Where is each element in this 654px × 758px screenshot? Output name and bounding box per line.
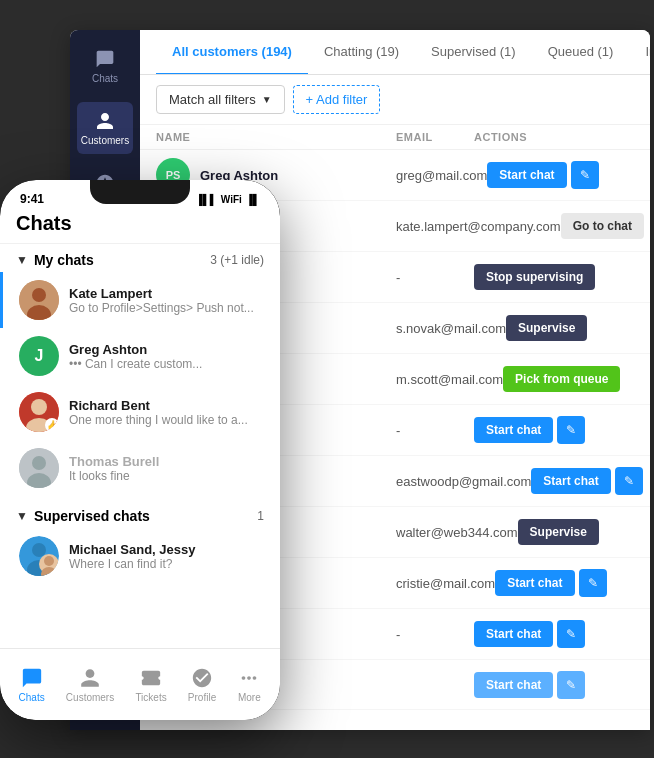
chat-info: Michael Sand, Jessy Where I can find it? bbox=[69, 542, 264, 571]
add-filter-button[interactable]: + Add filter bbox=[293, 85, 381, 114]
email-cell: - bbox=[396, 270, 474, 285]
edit-button[interactable]: ✎ bbox=[615, 467, 643, 495]
pick-from-queue-button[interactable]: Pick from queue bbox=[503, 366, 620, 392]
phone-header: Chats bbox=[0, 208, 280, 244]
chat-item-kate[interactable]: Kate Lampert Go to Profile>Settings> Pus… bbox=[0, 272, 280, 328]
actions-cell: Supervise bbox=[506, 315, 650, 341]
actions-cell: Supervise bbox=[518, 519, 650, 545]
chat-item-michael[interactable]: Michael Sand, Jessy Where I can find it? bbox=[0, 528, 280, 584]
sidebar-item-chats[interactable]: Chats bbox=[77, 40, 133, 92]
edit-button[interactable]: ✎ bbox=[579, 569, 607, 597]
edit-button[interactable]: ✎ bbox=[557, 416, 585, 444]
email-cell: eastwoodp@gmail.com bbox=[396, 474, 531, 489]
chat-preview: It looks fine bbox=[69, 469, 264, 483]
tab-chatting[interactable]: Chatting (19) bbox=[308, 30, 415, 75]
edit-button[interactable]: ✎ bbox=[571, 161, 599, 189]
avatar bbox=[19, 280, 59, 320]
svg-point-7 bbox=[32, 456, 46, 470]
svg-point-4 bbox=[31, 399, 47, 415]
tab-queued[interactable]: Queued (1) bbox=[532, 30, 630, 75]
sidebar-customers-label: Customers bbox=[81, 135, 129, 146]
tab-supervised[interactable]: Supervised (1) bbox=[415, 30, 532, 75]
email-cell: greg@mail.com bbox=[396, 168, 487, 183]
sidebar-chats-label: Chats bbox=[92, 73, 118, 84]
chat-info: Greg Ashton ••• Can I create custom... bbox=[69, 342, 264, 371]
avatar: J bbox=[19, 336, 59, 376]
signal-icon: ▐▌▌ bbox=[196, 194, 217, 205]
avatar bbox=[19, 536, 59, 576]
chat-name: Richard Bent bbox=[69, 398, 264, 413]
edit-button[interactable]: ✎ bbox=[557, 671, 585, 699]
go-to-chat-button[interactable]: Go to chat bbox=[561, 213, 644, 239]
more-nav-icon bbox=[237, 666, 261, 690]
filter-bar: Match all filters ▼ + Add filter bbox=[140, 75, 650, 125]
start-chat-button[interactable]: Start chat bbox=[474, 621, 553, 647]
chat-preview: Where I can find it? bbox=[69, 557, 264, 571]
start-chat-button[interactable]: Start chat bbox=[487, 162, 566, 188]
actions-cell: Start chat ✎ bbox=[531, 467, 650, 495]
stop-supervising-button[interactable]: Stop supervising bbox=[474, 264, 595, 290]
section-badge: 1 bbox=[257, 509, 264, 523]
email-cell: cristie@mail.com bbox=[396, 576, 495, 591]
chat-preview: One more thing I would like to a... bbox=[69, 413, 264, 427]
section-title: Supervised chats bbox=[34, 508, 150, 524]
chat-name: Michael Sand, Jessy bbox=[69, 542, 264, 557]
nav-item-customers[interactable]: Customers bbox=[58, 662, 122, 707]
phone-screen: 9:41 ▐▌▌ WiFi ▐▌ Chats ▼ My chats 3 (+1 … bbox=[0, 180, 280, 720]
email-cell: s.novak@mail.com bbox=[396, 321, 506, 336]
start-chat-button[interactable]: Start chat bbox=[531, 468, 610, 494]
tab-all-customers[interactable]: All customers (194) bbox=[156, 30, 308, 75]
status-bar-right: ▐▌▌ WiFi ▐▌ bbox=[196, 194, 260, 205]
supervise-button[interactable]: Supervise bbox=[518, 519, 599, 545]
profile-nav-icon bbox=[190, 666, 214, 690]
tabs-bar: All customers (194) Chatting (19) Superv… bbox=[140, 30, 650, 75]
chat-icon bbox=[94, 48, 116, 70]
start-chat-button[interactable]: Start chat bbox=[495, 570, 574, 596]
chat-item-thomas[interactable]: Thomas Burell It looks fine bbox=[0, 440, 280, 496]
avatar bbox=[19, 448, 59, 488]
chat-name: Thomas Burell bbox=[69, 454, 264, 469]
customers-nav-icon bbox=[78, 666, 102, 690]
actions-cell: Start chat ✎ bbox=[474, 671, 634, 699]
email-cell: - bbox=[396, 423, 474, 438]
nav-item-more[interactable]: More bbox=[229, 662, 269, 707]
chevron-down-icon: ▼ bbox=[16, 509, 28, 523]
phone-notch bbox=[90, 180, 190, 204]
nav-item-chats[interactable]: Chats bbox=[11, 662, 53, 707]
phone-content[interactable]: ▼ My chats 3 (+1 idle) Kate Lampert Go t… bbox=[0, 244, 280, 664]
email-cell: m.scott@mail.com bbox=[396, 372, 503, 387]
section-title-row: ▼ My chats bbox=[16, 252, 94, 268]
sidebar-item-customers[interactable]: Customers bbox=[77, 102, 133, 154]
my-chats-section-header: ▼ My chats 3 (+1 idle) bbox=[0, 244, 280, 272]
avatar: 👍 bbox=[19, 392, 59, 432]
supervise-button[interactable]: Supervise bbox=[506, 315, 587, 341]
chat-info: Kate Lampert Go to Profile>Settings> Pus… bbox=[69, 286, 264, 315]
tab-invited[interactable]: Invi... bbox=[629, 30, 650, 75]
customers-icon bbox=[94, 110, 116, 132]
actions-cell: Start chat ✎ bbox=[487, 161, 647, 189]
chat-preview: Go to Profile>Settings> Push not... bbox=[69, 301, 264, 315]
phone-mockup: 9:41 ▐▌▌ WiFi ▐▌ Chats ▼ My chats 3 (+1 … bbox=[0, 180, 280, 720]
section-title-row: ▼ Supervised chats bbox=[16, 508, 150, 524]
start-chat-button[interactable]: Start chat bbox=[474, 417, 553, 443]
chats-nav-icon bbox=[20, 666, 44, 690]
svg-point-1 bbox=[32, 288, 46, 302]
actions-cell: Go to chat bbox=[561, 213, 650, 239]
edit-button[interactable]: ✎ bbox=[557, 620, 585, 648]
nav-item-tickets[interactable]: Tickets bbox=[127, 662, 174, 707]
svg-point-10 bbox=[32, 543, 46, 557]
chat-name: Greg Ashton bbox=[69, 342, 264, 357]
svg-point-13 bbox=[44, 556, 54, 566]
section-title: My chats bbox=[34, 252, 94, 268]
email-cell: - bbox=[396, 627, 474, 642]
chevron-down-icon: ▼ bbox=[16, 253, 28, 267]
match-all-filters-button[interactable]: Match all filters ▼ bbox=[156, 85, 285, 114]
chat-info: Richard Bent One more thing I would like… bbox=[69, 398, 264, 427]
nav-item-profile[interactable]: Profile bbox=[180, 662, 224, 707]
start-chat-button[interactable]: Start chat bbox=[474, 672, 553, 698]
chat-item-greg[interactable]: J Greg Ashton ••• Can I create custom... bbox=[0, 328, 280, 384]
chat-name: Kate Lampert bbox=[69, 286, 264, 301]
battery-icon: ▐▌ bbox=[246, 194, 260, 205]
actions-cell: Stop supervising bbox=[474, 264, 634, 290]
chat-item-richard[interactable]: 👍 Richard Bent One more thing I would li… bbox=[0, 384, 280, 440]
